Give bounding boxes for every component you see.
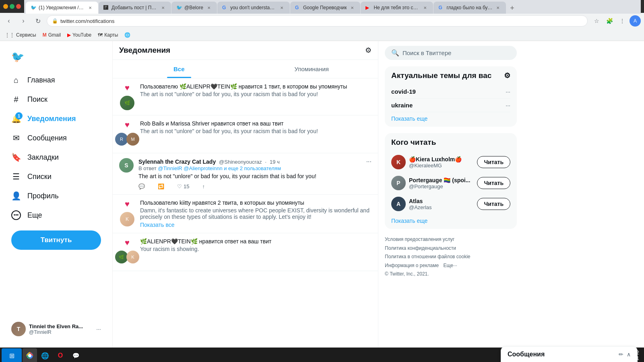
notification-text: Пользователю 🌿ALIENPR🖤TEIN🌿 нравится 1 т… [140, 83, 372, 90]
taskbar-item-opera[interactable]: O [53, 348, 68, 362]
footer-link-privacy[interactable]: Политика конфиденциальности [385, 245, 456, 251]
tab-google1[interactable]: G you don't understand it's... ✕ [217, 2, 290, 14]
notification-item[interactable]: ♥ 🌿 K 🌿ALIENPR🖤TEIN🌿 нравится ответ на в… [113, 233, 378, 271]
footer-more-link[interactable]: Еще··· [444, 263, 457, 268]
more-tweet-options-button[interactable]: ··· [366, 158, 372, 165]
notification-item[interactable]: ♥ K Пользователю kiitty нравятся 2 твита… [113, 195, 378, 233]
footer-copyright: © Twitter, Inc., 2021. [385, 271, 429, 277]
sidebar-item-messages[interactable]: ✉ Сообщения [6, 129, 106, 147]
trend-name: ukraine [391, 102, 413, 109]
messages-header[interactable]: Сообщения ✏ ∧ [501, 347, 637, 362]
tab-close-button[interactable]: ✕ [495, 4, 501, 11]
start-button[interactable]: ⊞ [2, 348, 22, 362]
reload-button[interactable]: ↻ [32, 15, 43, 27]
follow-button[interactable]: Читать [477, 156, 510, 168]
new-tab-button[interactable]: + [506, 2, 518, 14]
heart-icon: ♥ [125, 120, 130, 130]
avatar-icon[interactable]: A [630, 15, 641, 27]
show-all-link[interactable]: Показать все [140, 222, 372, 228]
address-bar[interactable]: 🔒 twitter.com/notifications [47, 15, 588, 27]
extensions-icon[interactable]: 🧩 [604, 15, 615, 27]
user-avatar: S [119, 158, 134, 173]
back-button[interactable]: ‹ [3, 15, 14, 27]
browser-window: 🐦 (1) Уведомления / Твит... ✕ 🅿 Добавить… [0, 0, 644, 348]
tab-close-button[interactable]: ✕ [349, 4, 355, 11]
footer-link-cookies[interactable]: Политика в отношении файлов cookie [385, 254, 471, 259]
close-button[interactable] [16, 4, 21, 9]
reply-icon: 💬 [138, 183, 145, 189]
sidebar-item-profile[interactable]: 👤 Профиль [6, 187, 106, 205]
retweet-button[interactable]: 🔁 [158, 183, 164, 189]
sidebar-user-profile[interactable]: T Tinniel the Elven Ra... @TinnielR ··· [6, 317, 106, 341]
tab-close-button[interactable]: ✕ [206, 4, 212, 11]
notification-icon-col: ♥ R M [119, 120, 135, 148]
search-box[interactable]: 🔍 [385, 46, 517, 60]
tab-close-button[interactable]: ✕ [422, 4, 428, 11]
tab-all[interactable]: Все [113, 60, 246, 78]
svg-point-1 [28, 354, 31, 357]
trend-more-icon[interactable]: ··· [506, 102, 510, 109]
tab-pikabu[interactable]: 🅿 Добавить пост | Пикабу ✕ [99, 2, 171, 14]
taskbar-item-explorer[interactable]: 🌐 [38, 348, 52, 362]
compose-message-icon[interactable]: ✏ [619, 351, 623, 358]
notification-item[interactable]: ♥ R M Rob Bails и Marissa Shriver нравит… [113, 115, 378, 153]
follow-user-name: 🍎Kiera Luxholm🍎 [409, 156, 474, 162]
tab-translate[interactable]: G Google Переводчик ✕ [290, 2, 361, 14]
menu-icon[interactable]: ⋮ [617, 15, 628, 27]
tab-close-button[interactable]: ✕ [160, 4, 166, 11]
follow-button[interactable]: Читать [477, 177, 510, 189]
footer-link-tos[interactable]: Условия предоставления услуг [385, 237, 454, 242]
user-avatar: K [391, 155, 406, 169]
taskbar-item-discord[interactable]: 💬 [68, 348, 83, 362]
share-button[interactable]: ↑ [202, 183, 205, 189]
tab-mentions[interactable]: Упоминания [246, 60, 378, 78]
tab-close-button[interactable]: ✕ [279, 4, 285, 11]
follow-button[interactable]: Читать [477, 198, 510, 210]
trends-settings-icon[interactable]: ⚙ [504, 71, 510, 80]
search-input[interactable] [402, 49, 510, 56]
tab-close-button[interactable]: ✕ [87, 4, 93, 11]
show-more-follow-link[interactable]: Показать еще [391, 218, 510, 224]
search-icon: # [11, 95, 21, 104]
tab-youtube[interactable]: ▶ Не для тебя это сдела... ✕ [361, 2, 433, 14]
reply-to-link[interactable]: @TinnielR @Alienproteinnn и еще 2 пользо… [158, 165, 281, 171]
sidebar-item-lists[interactable]: ☰ Списки [6, 168, 106, 185]
trend-item[interactable]: ukraine ··· [391, 99, 510, 112]
minimize-button[interactable] [3, 4, 8, 9]
taskbar-item-browser[interactable] [23, 348, 37, 362]
maximize-button[interactable] [10, 4, 14, 9]
tab-belore[interactable]: 🐦 @Belore ✕ [171, 2, 217, 14]
bookmark-web[interactable]: 🌐 [124, 32, 130, 38]
title-bar: 🐦 (1) Уведомления / Твит... ✕ 🅿 Добавить… [0, 0, 644, 13]
twitter-logo[interactable]: 🐦 [6, 47, 106, 70]
sidebar-item-notifications[interactable]: 🔔 1 Уведомления [6, 110, 106, 128]
bookmark-services[interactable]: ⋮⋮ Сервисы [5, 32, 36, 38]
bookmark-youtube[interactable]: ▶ YouTube [67, 32, 91, 38]
bookmark-maps[interactable]: 🗺 Карты [98, 32, 118, 38]
trend-more-icon[interactable]: ··· [506, 88, 510, 95]
collapse-messages-icon[interactable]: ∧ [627, 351, 631, 358]
tab-notifications[interactable]: 🐦 (1) Уведомления / Твит... ✕ [26, 2, 98, 14]
settings-icon[interactable]: ⚙ [365, 46, 372, 55]
sidebar-item-more[interactable]: ••• Еще [6, 206, 106, 224]
like-button[interactable]: ♡ 15 [177, 183, 189, 189]
footer-link-ads[interactable]: Информация о рекламе [385, 263, 439, 268]
sidebar-item-bookmarks[interactable]: 🔖 Закладки [6, 148, 106, 166]
forward-button[interactable]: › [18, 15, 29, 27]
tab-google2[interactable]: G гладко было на бумаре... ✕ [433, 2, 506, 14]
trend-item[interactable]: covid-19 ··· [391, 85, 510, 99]
show-more-trends-link[interactable]: Показать еще [391, 115, 510, 122]
notification-item[interactable]: ♥ 🌿 Пользователю 🌿ALIENPR🖤TEIN🌿 нравится… [113, 78, 378, 115]
user-avatar: K [120, 212, 134, 226]
tweet-button[interactable]: Твитнуть [11, 230, 101, 250]
sidebar-item-search[interactable]: # Поиск [6, 90, 106, 108]
user-avatar: M [126, 133, 139, 146]
notification-content: Rob Bails и Marissa Shriver нравится отв… [140, 120, 372, 134]
messages-widget-title: Сообщения [508, 351, 545, 358]
reply-button[interactable]: 💬 [138, 183, 145, 189]
notification-item[interactable]: S Sylennah the Crazy Cat Lady @Shineonyo… [113, 153, 378, 195]
sidebar-item-home[interactable]: ⌂ Главная [6, 71, 106, 89]
star-icon[interactable]: ☆ [591, 15, 602, 27]
bookmark-gmail[interactable]: M Gmail [43, 32, 61, 38]
follow-user-handle: @Portergauge [409, 183, 474, 189]
